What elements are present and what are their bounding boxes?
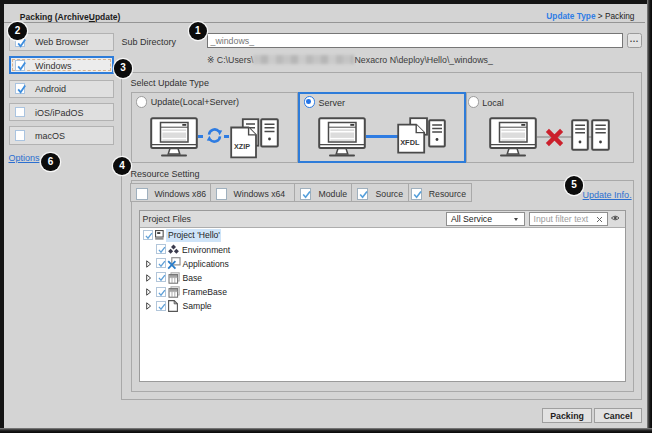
svg-text:XZIP: XZIP — [234, 141, 250, 150]
